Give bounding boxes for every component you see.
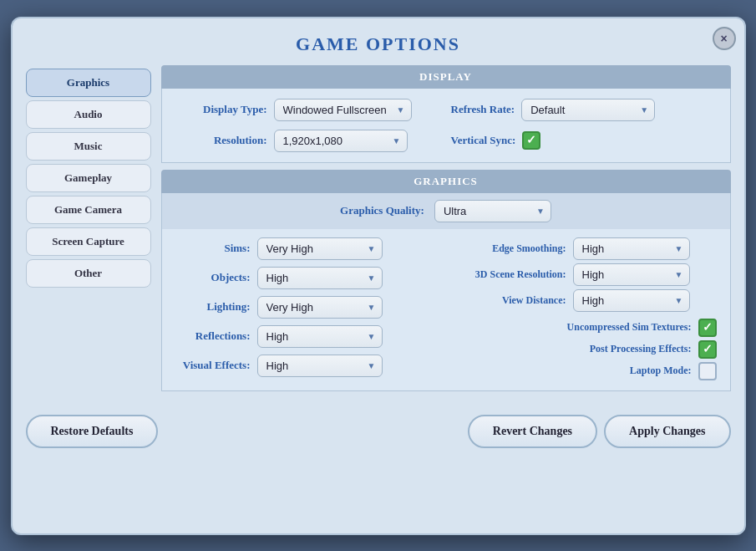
- reflections-label: Reflections:: [175, 329, 251, 343]
- graphics-section-header: Graphics: [161, 170, 731, 193]
- visual-effects-select[interactable]: High Very High Medium Low: [257, 355, 383, 377]
- sidebar: Graphics Audio Music Gameplay Game Camer…: [26, 65, 151, 391]
- vsync-group: Vertical Sync:: [451, 131, 717, 150]
- graphics-two-col: Sims: Very High High Medium Low: [175, 237, 717, 380]
- scene-resolution-label: 3D Scene Resolution:: [449, 268, 566, 281]
- reflections-select-wrapper: High Very High Medium Low: [257, 325, 383, 348]
- visual-effects-field: Visual Effects: High Very High Medium Lo…: [175, 355, 443, 377]
- game-options-dialog: Game Options × Graphics Audio Music Game…: [11, 17, 746, 535]
- sidebar-item-audio[interactable]: Audio: [26, 100, 151, 129]
- laptop-mode-field: Laptop Mode:: [449, 362, 717, 380]
- apply-changes-button[interactable]: Apply Changes: [604, 415, 730, 448]
- objects-select-wrapper: High Very High Medium Low: [257, 267, 383, 289]
- graphics-quality-select-wrapper: Ultra Very High High Medium Low: [434, 200, 551, 222]
- resolution-select[interactable]: 1,920x1,080 1,280x720 2,560x1,440: [274, 130, 408, 152]
- dialog-title: Game Options: [13, 18, 744, 65]
- view-distance-select-wrapper: High Very High Medium Low: [573, 289, 690, 312]
- reflections-select[interactable]: High Very High Medium Low: [257, 325, 383, 348]
- sims-select[interactable]: Very High High Medium Low: [257, 237, 383, 260]
- vertical-sync-label: Vertical Sync:: [451, 134, 516, 147]
- bottom-bar: Restore Defaults Revert Changes Apply Ch…: [13, 405, 744, 462]
- vertical-sync-checkbox[interactable]: [522, 131, 540, 150]
- objects-select[interactable]: High Very High Medium Low: [257, 267, 383, 289]
- lighting-select[interactable]: Very High High Medium Low: [257, 296, 383, 319]
- display-type-label: Display Type:: [175, 103, 267, 116]
- display-section-body: Display Type: Windowed Fullscreen Fullsc…: [161, 89, 731, 163]
- resolution-label: Resolution:: [175, 134, 267, 147]
- visual-effects-select-wrapper: High Very High Medium Low: [257, 355, 383, 377]
- sidebar-item-graphics[interactable]: Graphics: [26, 69, 151, 97]
- refresh-rate-group: Refresh Rate: Default 60Hz 120Hz: [451, 99, 717, 121]
- sidebar-item-screen-capture[interactable]: Screen Capture: [26, 227, 151, 256]
- visual-effects-label: Visual Effects:: [175, 359, 251, 372]
- display-section-header: Display: [161, 65, 731, 89]
- refresh-rate-select-wrapper: Default 60Hz 120Hz: [521, 99, 655, 121]
- restore-defaults-button[interactable]: Restore Defaults: [26, 415, 159, 448]
- sidebar-item-game-camera[interactable]: Game Camera: [26, 196, 151, 224]
- laptop-mode-label: Laptop Mode:: [630, 365, 692, 377]
- edge-smoothing-select[interactable]: High Very High Medium Low: [573, 237, 690, 260]
- scene-resolution-field: 3D Scene Resolution: High Very High Medi…: [449, 263, 717, 286]
- refresh-rate-label: Refresh Rate:: [451, 103, 515, 116]
- resolution-group: Resolution: 1,920x1,080 1,280x720 2,560x…: [175, 130, 441, 152]
- edge-smoothing-field: Edge Smoothing: High Very High Medium Lo…: [449, 237, 717, 260]
- refresh-rate-select[interactable]: Default 60Hz 120Hz: [521, 99, 655, 121]
- graphics-quality-label: Graphics Quality:: [340, 204, 424, 217]
- close-button[interactable]: ×: [713, 27, 736, 50]
- objects-field: Objects: High Very High Medium Low: [175, 267, 443, 289]
- display-type-select[interactable]: Windowed Fullscreen Fullscreen Windowed: [274, 99, 412, 121]
- bottom-right-buttons: Revert Changes Apply Changes: [468, 415, 731, 448]
- lighting-label: Lighting:: [175, 300, 251, 314]
- graphics-left-fields: Sims: Very High High Medium Low: [175, 237, 443, 380]
- post-processing-checkbox[interactable]: [698, 340, 717, 359]
- view-distance-field: View Distance: High Very High Medium Low: [449, 289, 717, 312]
- resolution-select-wrapper: 1,920x1,080 1,280x720 2,560x1,440: [274, 130, 408, 152]
- graphics-right-fields: Edge Smoothing: High Very High Medium Lo…: [449, 237, 717, 380]
- sims-field: Sims: Very High High Medium Low: [175, 237, 443, 260]
- scene-resolution-select[interactable]: High Very High Medium Low: [573, 263, 690, 286]
- sidebar-item-other[interactable]: Other: [26, 259, 151, 288]
- display-type-row: Display Type: Windowed Fullscreen Fullsc…: [175, 99, 717, 121]
- scene-resolution-select-wrapper: High Very High Medium Low: [573, 263, 690, 286]
- reflections-field: Reflections: High Very High Medium Low: [175, 325, 443, 348]
- sidebar-item-gameplay[interactable]: Gameplay: [26, 164, 151, 192]
- lighting-select-wrapper: Very High High Medium Low: [257, 296, 383, 319]
- uncompressed-textures-label: Uncompressed Sim Textures:: [567, 321, 692, 334]
- view-distance-select[interactable]: High Very High Medium Low: [573, 289, 690, 312]
- revert-changes-button[interactable]: Revert Changes: [468, 415, 597, 448]
- edge-smoothing-label: Edge Smoothing:: [449, 242, 566, 255]
- lighting-field: Lighting: Very High High Medium Low: [175, 296, 443, 319]
- uncompressed-textures-checkbox[interactable]: [698, 319, 717, 337]
- uncompressed-textures-field: Uncompressed Sim Textures:: [449, 319, 717, 337]
- laptop-mode-checkbox[interactable]: [698, 362, 717, 380]
- graphics-quality-select[interactable]: Ultra Very High High Medium Low: [434, 200, 551, 222]
- post-processing-label: Post Processing Effects:: [590, 343, 692, 355]
- sims-select-wrapper: Very High High Medium Low: [257, 237, 383, 260]
- edge-smoothing-select-wrapper: High Very High Medium Low: [573, 237, 690, 260]
- graphics-quality-row: Graphics Quality: Ultra Very High High M…: [162, 193, 730, 229]
- display-type-select-wrapper: Windowed Fullscreen Fullscreen Windowed: [274, 99, 412, 121]
- display-type-group: Display Type: Windowed Fullscreen Fullsc…: [175, 99, 441, 121]
- objects-label: Objects:: [175, 271, 251, 284]
- graphics-section-body: Graphics Quality: Ultra Very High High M…: [161, 193, 731, 391]
- view-distance-label: View Distance:: [449, 294, 566, 307]
- resolution-row: Resolution: 1,920x1,080 1,280x720 2,560x…: [175, 130, 717, 152]
- sidebar-item-music[interactable]: Music: [26, 132, 151, 161]
- main-panel: Display Display Type: Windowed Fullscree…: [161, 65, 731, 391]
- sims-label: Sims:: [175, 242, 251, 255]
- post-processing-field: Post Processing Effects:: [449, 340, 717, 359]
- content-area: Graphics Audio Music Gameplay Game Camer…: [13, 65, 744, 405]
